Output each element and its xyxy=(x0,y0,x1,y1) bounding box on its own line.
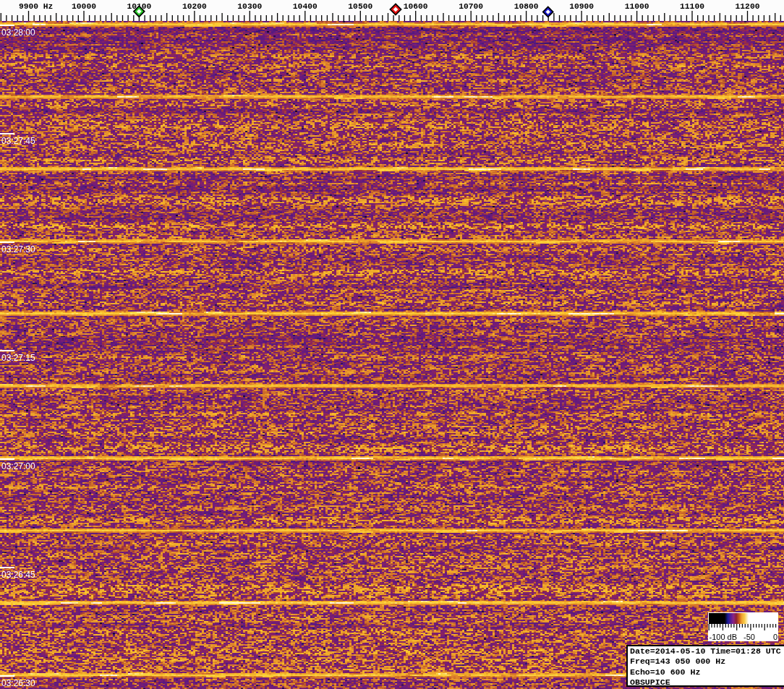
svg-text:11000: 11000 xyxy=(625,2,649,11)
svg-text:10300: 10300 xyxy=(237,2,262,11)
svg-text:10200: 10200 xyxy=(182,2,207,11)
svg-text:10500: 10500 xyxy=(348,2,372,11)
svg-text:11100: 11100 xyxy=(680,2,704,11)
svg-text:10700: 10700 xyxy=(459,2,483,11)
svg-text:10900: 10900 xyxy=(569,2,594,11)
svg-text:9900 Hz: 9900 Hz xyxy=(19,2,53,11)
svg-text:11200: 11200 xyxy=(736,2,760,11)
svg-text:10600: 10600 xyxy=(404,2,428,11)
svg-text:10400: 10400 xyxy=(293,2,318,11)
svg-text:10800: 10800 xyxy=(514,2,539,11)
svg-text:10000: 10000 xyxy=(72,2,96,11)
